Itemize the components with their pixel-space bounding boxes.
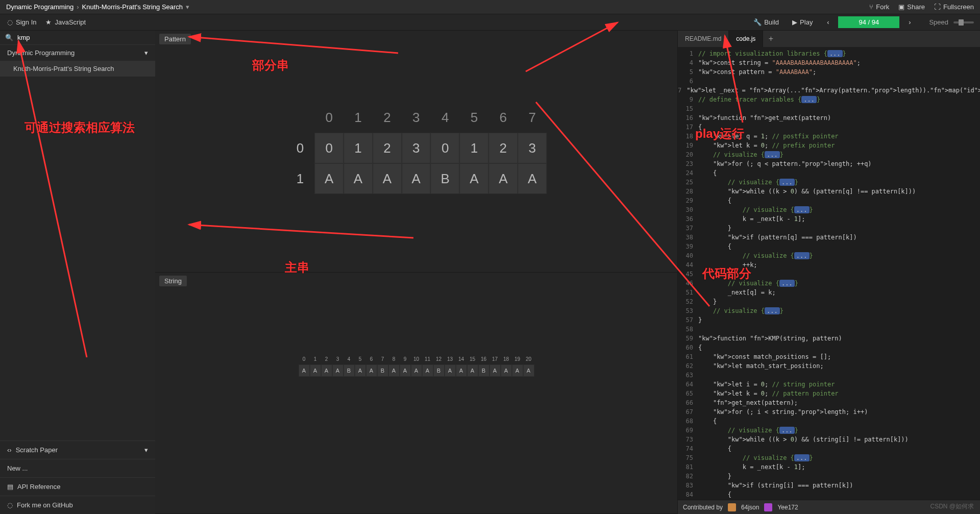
watermark: CSDN @如何求 [930, 502, 974, 511]
caret-down-icon: ▾ [144, 49, 148, 57]
pattern-table: 012345670012301231AAAABAAA [286, 102, 547, 194]
wrench-icon: 🔧 [753, 18, 762, 26]
play-button[interactable]: ▶Play [787, 16, 818, 28]
tab-code[interactable]: code.js [729, 31, 763, 47]
slider-thumb[interactable] [959, 19, 964, 26]
speed-label: Speed [929, 18, 948, 26]
breadcrumb: Dynamic Programming › Knuth-Morris-Pratt… [6, 3, 869, 11]
search-row: 🔍 [0, 31, 155, 45]
contributor-1[interactable]: 64json [741, 504, 759, 511]
step-back-button[interactable]: ‹ [821, 16, 835, 29]
avatar [728, 503, 736, 511]
sub-bar: ◌Sign In ★JavaScript 🔧Build ▶Play ‹ 94 /… [0, 14, 980, 31]
top-bar: Dynamic Programming › Knuth-Morris-Pratt… [0, 0, 980, 14]
search-input[interactable] [17, 34, 150, 41]
code-editor[interactable]: 1// import visualization libraries {...}… [678, 47, 980, 500]
chevron-left-icon: ‹ [827, 18, 829, 26]
search-icon: 🔍 [5, 34, 13, 41]
code-icon: ‹› [7, 446, 12, 454]
language-select[interactable]: ★JavaScript [45, 18, 86, 26]
book-icon: ▤ [7, 483, 13, 491]
github-icon: ◌ [7, 501, 13, 509]
step-counter: 94 / 94 [838, 16, 899, 28]
scratch-paper-toggle[interactable]: ‹›Scratch Paper ▾ [0, 440, 155, 459]
share-icon: ▣ [898, 3, 904, 11]
visualization-area: Pattern 012345670012301231AAAABAAA Strin… [155, 31, 678, 514]
editor-tabs: README.md code.js + [678, 31, 980, 47]
scratch-new[interactable]: New ... [0, 459, 155, 477]
string-table: 01234567891011121314151617181920AAAABAAB… [299, 354, 534, 377]
fullscreen-icon: ⛶ [934, 3, 941, 11]
github-icon: ◌ [7, 18, 13, 26]
fork-icon: ⑂ [869, 3, 873, 11]
breadcrumb-root[interactable]: Dynamic Programming [6, 3, 74, 11]
avatar [764, 503, 772, 511]
pattern-panel-label: Pattern [159, 34, 191, 44]
share-link[interactable]: ▣Share [898, 3, 925, 11]
code-area: README.md code.js + 1// import visualiza… [678, 31, 980, 514]
fork-github-link[interactable]: ◌Fork me on GitHub [0, 496, 155, 514]
signin-link[interactable]: ◌Sign In [7, 18, 36, 26]
string-panel-label: String [159, 276, 187, 286]
play-icon: ▶ [792, 18, 797, 26]
chevron-right-icon: › [77, 3, 79, 11]
caret-down-icon[interactable]: ▾ [186, 3, 189, 11]
step-forward-button[interactable]: › [902, 16, 917, 29]
sidebar: 🔍 Dynamic Programming▾ Knuth-Morris-Prat… [0, 31, 155, 514]
fork-link[interactable]: ⑂Fork [869, 3, 889, 11]
api-reference-link[interactable]: ▤API Reference [0, 477, 155, 496]
chevron-right-icon: › [909, 18, 911, 26]
sidebar-item-kmp[interactable]: Knuth-Morris-Pratt's String Search [0, 61, 155, 77]
contributor-2[interactable]: Yee172 [777, 504, 798, 511]
sidebar-item-dp[interactable]: Dynamic Programming▾ [0, 45, 155, 61]
fullscreen-link[interactable]: ⛶Fullscreen [934, 3, 974, 11]
breadcrumb-leaf[interactable]: Knuth-Morris-Pratt's String Search [82, 3, 183, 11]
speed-slider[interactable] [953, 21, 974, 23]
tab-readme[interactable]: README.md [678, 31, 729, 47]
build-button[interactable]: 🔧Build [748, 16, 784, 28]
caret-down-icon: ▾ [144, 446, 148, 454]
string-panel: String 01234567891011121314151617181920A… [155, 273, 677, 515]
pattern-panel: Pattern 012345670012301231AAAABAAA [155, 31, 677, 273]
tab-add-button[interactable]: + [763, 31, 778, 47]
star-icon: ★ [45, 18, 52, 26]
